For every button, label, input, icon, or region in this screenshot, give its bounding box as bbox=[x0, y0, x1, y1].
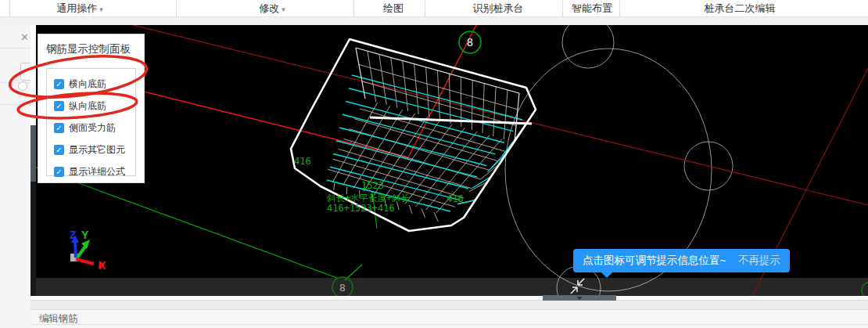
chevron-down-icon: ▾ bbox=[282, 5, 285, 13]
left-sidebar: ✕ bbox=[0, 25, 31, 328]
dim-label-right: 416 bbox=[447, 193, 464, 204]
menu-draw[interactable]: 绘图 bbox=[383, 1, 404, 16]
triad-z-axis bbox=[75, 240, 76, 258]
checkbox-longitudinal-bottom-rebar[interactable]: ✓ 纵向底筋 bbox=[54, 95, 135, 117]
toolbar-divider bbox=[619, 0, 620, 16]
axis-line-red bbox=[133, 25, 868, 205]
checkbox-checked-icon[interactable]: ✓ bbox=[54, 101, 64, 111]
menu-smart-layout[interactable]: 智能布置 bbox=[572, 1, 612, 16]
triad-x-label: X bbox=[99, 259, 106, 272]
application-window: 通用操作▾ 修改▾ 绘图 识别桩承台 智能布置 桩承台二次编辑 ✕ 416152… bbox=[0, 0, 868, 328]
close-icon[interactable]: ✕ bbox=[20, 32, 29, 42]
menu-pilecap-secondary-edit[interactable]: 桩承台二次编辑 bbox=[705, 1, 776, 16]
panel-divider bbox=[30, 324, 868, 325]
rebar-mesh bbox=[493, 87, 496, 136]
rebar-mesh bbox=[339, 149, 472, 188]
toolbar-divider bbox=[9, 0, 10, 16]
vertical-scrollbar[interactable] bbox=[30, 25, 36, 296]
rebar-mesh bbox=[334, 183, 335, 190]
ribbon-toolbar: 通用操作▾ 修改▾ 绘图 识别桩承台 智能布置 桩承台二次编辑 bbox=[0, 0, 868, 17]
rebar-mesh bbox=[434, 212, 438, 222]
formula-text-line1: 斜长+水平长度+斜长 bbox=[327, 193, 410, 204]
bottom-rebar-cyan bbox=[333, 154, 468, 189]
checkbox-label: 侧面受力筋 bbox=[69, 121, 116, 135]
toolbar-divider bbox=[176, 0, 177, 16]
rebar-mesh bbox=[426, 67, 429, 117]
formula-text-line2: 416+1523+416 bbox=[327, 203, 395, 214]
scrollbar-thumb[interactable] bbox=[30, 125, 36, 182]
edit-rebar-panel: 编辑钢筋 bbox=[30, 310, 868, 328]
dismiss-hint-button[interactable]: 不再提示 bbox=[738, 254, 780, 268]
toolbar-divider bbox=[562, 0, 563, 16]
scrollbar-track-dark bbox=[30, 182, 36, 296]
panel-drag-handle[interactable] bbox=[543, 295, 616, 301]
sidebar-divider bbox=[0, 48, 30, 49]
panel-title: 钢筋显示控制面板 bbox=[46, 42, 144, 56]
toolbar-substrip bbox=[0, 17, 868, 25]
triad-y-label: Y bbox=[81, 229, 89, 241]
checkbox-transverse-bottom-rebar[interactable]: ✓ 横向底筋 bbox=[54, 73, 135, 95]
chevron-down-icon: ▾ bbox=[99, 5, 103, 13]
toolbar-divider bbox=[425, 0, 425, 16]
menu-identify-pilecap[interactable]: 识别桩承台 bbox=[473, 1, 524, 16]
checkbox-checked-icon[interactable]: ✓ bbox=[54, 145, 64, 155]
checkbox-show-detailed-formula[interactable]: ✓ 显示详细公式 bbox=[54, 160, 135, 182]
sidebar-tool-icon[interactable] bbox=[18, 81, 27, 91]
axis-bubble-bottom-label: 8 bbox=[339, 282, 346, 294]
bottom-rebar-cyan bbox=[352, 75, 522, 120]
tooltip-pointer bbox=[601, 272, 613, 278]
checkbox-label: 纵向底筋 bbox=[69, 99, 106, 113]
checkbox-checked-icon[interactable]: ✓ bbox=[54, 123, 64, 133]
sidebar-divider bbox=[0, 104, 30, 105]
hint-tooltip: 点击图标可调节提示信息位置~ 不再提示 bbox=[573, 249, 790, 272]
caret-down-icon bbox=[576, 297, 583, 300]
rebar-mesh bbox=[354, 119, 497, 161]
dim-label-left: 416 bbox=[294, 156, 311, 167]
rebar-display-control-panel: 钢筋显示控制面板 ✓ 横向底筋 ✓ 纵向底筋 ✓ 侧面受力筋 ✓ 显示其它图元 … bbox=[38, 34, 145, 183]
checkbox-label: 显示其它图元 bbox=[69, 143, 125, 157]
checkbox-label: 显示详细公式 bbox=[69, 165, 125, 178]
rebar-mesh bbox=[360, 109, 506, 152]
checkbox-side-rebar[interactable]: ✓ 侧面受力筋 bbox=[54, 117, 135, 139]
rebar-mesh bbox=[482, 84, 484, 133]
menu-modify[interactable]: 修改▾ bbox=[259, 1, 285, 17]
checkbox-group: ✓ 横向底筋 ✓ 纵向底筋 ✓ 侧面受力筋 ✓ 显示其它图元 ✓ 显示详细公式 bbox=[46, 68, 136, 176]
bottom-panel-header-strip bbox=[30, 300, 868, 310]
menu-label: 绘图 bbox=[383, 2, 404, 14]
toolbar-divider bbox=[353, 0, 354, 16]
pile-circle bbox=[562, 25, 614, 68]
menu-label: 识别桩承台 bbox=[473, 2, 524, 14]
menu-label: 修改 bbox=[259, 2, 279, 14]
checkbox-checked-icon[interactable]: ✓ bbox=[54, 167, 64, 177]
rebar-mesh bbox=[409, 205, 412, 214]
menu-common-operations[interactable]: 通用操作▾ bbox=[56, 1, 103, 17]
tooltip-text: 点击图标可调节提示信息位置~ bbox=[583, 254, 726, 268]
triad-z-label: Z bbox=[70, 229, 77, 241]
viewport-bottom-strip bbox=[36, 278, 868, 296]
checkbox-show-other-elements[interactable]: ✓ 显示其它图元 bbox=[54, 139, 135, 160]
rebar-mesh bbox=[449, 74, 450, 124]
menu-label: 智能布置 bbox=[572, 2, 612, 14]
menu-label: 桩承台二次编辑 bbox=[705, 2, 776, 14]
checkbox-checked-icon[interactable]: ✓ bbox=[54, 79, 64, 89]
menu-label: 通用操作 bbox=[56, 2, 97, 14]
axis-bubble-top-label: 8 bbox=[467, 36, 473, 49]
rebar-mesh bbox=[421, 209, 425, 218]
dim-label-middle: 1523 bbox=[361, 180, 384, 191]
checkbox-label: 横向底筋 bbox=[69, 77, 106, 91]
